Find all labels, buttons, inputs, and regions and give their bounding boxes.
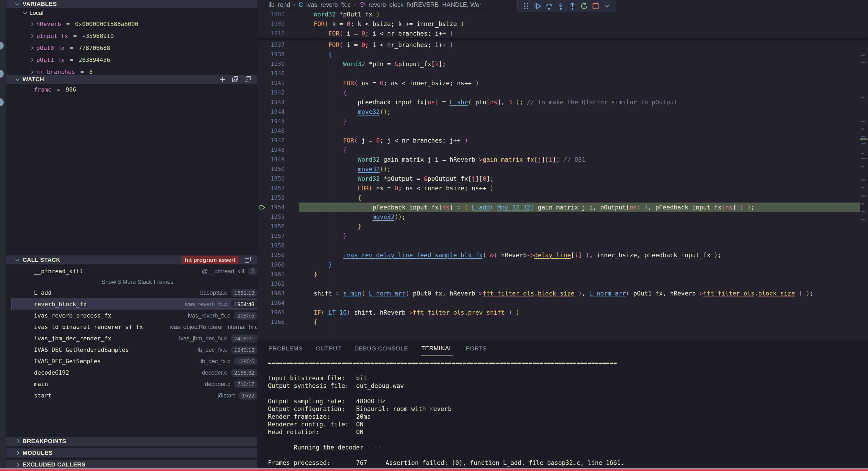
code-line[interactable]: 1953 { — [257, 193, 868, 203]
code-line[interactable]: 1944 move32(); — [257, 107, 868, 117]
code-line[interactable]: 1940 — [257, 69, 868, 78]
variables-scope-row[interactable]: Local — [12, 8, 263, 18]
sticky-scroll[interactable]: 1880 Word32 *pOut1_fx )1905 FOR( k = 0; … — [257, 9, 868, 39]
stack-frame-row[interactable]: start@start1522 — [12, 390, 263, 401]
code-line[interactable]: 1918 FOR( i = 0; i < nr_branches; i++ ) — [257, 29, 868, 38]
stack-frame-row[interactable]: IVAS_DEC_GetRenderedSampleslib_dec_fx.c1… — [12, 344, 263, 355]
code-line[interactable]: 1946 — [257, 126, 868, 136]
remove-all-watch-button[interactable] — [231, 75, 240, 84]
code-text: FOR( i = 0; i < nr_branches; i++ ) — [299, 40, 453, 50]
call-stack-section-header[interactable]: CALL STACK hit program assert — [6, 256, 257, 264]
code-line[interactable]: 1958 — [257, 241, 868, 251]
code-text: Word32 *pOutput = &ppOutput_fx[j][0]; — [299, 174, 494, 183]
section-header-breakpoints[interactable]: BREAKPOINTS — [6, 437, 257, 446]
code-line[interactable]: 1938 { — [257, 50, 868, 59]
stack-frame-location: ivas_objectRenderer_internal_fx.c — [169, 324, 258, 330]
line-number: 1940 — [257, 69, 285, 78]
stack-frame-row[interactable]: reverb_block_fxivas_reverb_fx.c1954:48 — [12, 298, 263, 310]
code-line[interactable]: 1952 FOR( ns = 0; ns < inner_bsize; ns++… — [257, 183, 868, 193]
add-watch-expression-button[interactable] — [218, 75, 227, 84]
stack-frame-row[interactable]: IVAS_DEC_GetSampleslib_dec_fx.c1285:5 — [12, 355, 263, 367]
code-text: { — [299, 145, 347, 155]
step-over-button[interactable] — [544, 1, 554, 11]
variables-section-header[interactable]: VARIABLES — [6, 0, 257, 8]
step-into-button[interactable] — [556, 1, 566, 11]
stack-frame-row[interactable]: __pthread_kill@__pthread_kill5 — [12, 265, 263, 277]
code-line[interactable]: 1939 Word32 *pIn = &pInput_fx[k]; — [257, 59, 868, 69]
panel-tab-ports[interactable]: PORTS — [465, 342, 487, 356]
code-lines[interactable]: 19361937 FOR( i = 0; i < nr_branches; i+… — [257, 31, 868, 327]
stack-frame-row[interactable]: decodeG192decoder.c2188:32 — [12, 367, 263, 378]
code-line[interactable]: 1961 } — [257, 269, 868, 279]
stack-frame-source: decoder.c — [205, 381, 230, 388]
code-line[interactable]: 1951 Word32 *pOutput = &ppOutput_fx[j][0… — [257, 174, 868, 183]
stack-frame-row[interactable]: L_addbasop32.c1661:13 — [12, 287, 263, 298]
stack-frame-position-badge: 1522 — [239, 392, 258, 400]
panel-tab-problems[interactable]: PROBLEMS — [268, 342, 303, 356]
variable-row[interactable]: hReverb=0x00000001588a6000 — [12, 18, 263, 30]
toolbar-drag-grip[interactable] — [521, 1, 531, 11]
step-out-button[interactable] — [567, 1, 578, 11]
stack-frame-source: decoder.c — [202, 369, 227, 376]
line-number: 1946 — [257, 126, 285, 136]
code-line[interactable]: 1942 { — [257, 88, 868, 97]
code-line[interactable]: 1948 { — [257, 145, 868, 155]
section-header-modules[interactable]: MODULES — [6, 448, 257, 458]
code-line[interactable]: 1941 FOR( ns = 0; ns < inner_bsize; ns++… — [257, 78, 868, 88]
panel-tab-output[interactable]: OUTPUT — [315, 342, 342, 356]
current-code-line[interactable]: 1954 pFeedback_input_fx[ns] = ( L_add( M… — [257, 203, 868, 212]
code-text: Word32 *pIn = &pInput_fx[k]; — [299, 59, 446, 69]
stack-frame-row[interactable]: ivas_td_binaural_renderer_sf_fxivas_obje… — [12, 321, 263, 333]
breadcrumb-folder[interactable]: lib_rend — [269, 1, 290, 8]
code-line[interactable]: 1964 — [257, 298, 868, 308]
panel-tab-terminal[interactable]: TERMINAL — [421, 341, 453, 356]
breadcrumb-symbol[interactable]: reverb_block_fx(REVERB_HANDLE, Wor — [369, 1, 481, 8]
section-header-excluded-callers[interactable]: EXCLUDED CALLERS — [6, 460, 257, 469]
watch-section-header[interactable]: WATCH — [6, 75, 257, 84]
code-line[interactable]: 1950 move32(); — [257, 164, 868, 174]
panel-tab-debug-console[interactable]: DEBUG CONSOLE — [354, 342, 408, 356]
toolbar-more-chevron-icon[interactable] — [602, 1, 612, 11]
code-line[interactable]: 1959 ivas_rev_delay_line_feed_sample_blk… — [257, 251, 868, 260]
code-line[interactable]: 1962 — [257, 279, 868, 289]
code-line[interactable]: 1949 Word32 gain_matrix_j_i = hReverb->g… — [257, 155, 868, 164]
stack-frame-row[interactable]: ivas_reverb_process_fxivas_reverb_fx.c21… — [12, 310, 263, 321]
code-line[interactable]: 1943 pFeedback_input_fx[ns] = L_shr( pIn… — [257, 97, 868, 107]
code-line[interactable]: 1945 } — [257, 117, 868, 126]
minimap-mark — [861, 62, 866, 63]
code-line[interactable]: 1955 move32(); — [257, 212, 868, 222]
code-text: } — [299, 269, 317, 279]
code-line[interactable]: 1960 } — [257, 260, 868, 269]
variable-row[interactable]: pOut0_fx=778706688 — [12, 42, 263, 54]
breadcrumb[interactable]: lib_rend › C ivas_reverb_fx.c › reverb_b… — [269, 0, 482, 9]
code-line[interactable]: 1966 { — [257, 317, 868, 327]
minimap-mark — [861, 128, 864, 129]
minimap[interactable] — [860, 9, 868, 340]
breadcrumb-file[interactable]: ivas_reverb_fx.c — [306, 1, 351, 8]
code-text: } — [299, 260, 332, 269]
variable-row[interactable]: pOut1_fx=283894436 — [12, 54, 263, 66]
equals-sign: = — [68, 45, 75, 51]
code-line[interactable]: 1947 FOR( j = 0; j < nr_branches; j++ ) — [257, 136, 868, 145]
code-line[interactable]: 1905 FOR( k = 0; k < bsize; k += inner_b… — [257, 19, 868, 29]
variable-row[interactable]: pInput_fx=-35968910 — [12, 30, 263, 42]
code-line[interactable]: 1957 } — [257, 231, 868, 241]
code-line[interactable]: 1965 IF( LT_16( shift, hReverb->fft_filt… — [257, 308, 868, 317]
code-line[interactable]: 1937 FOR( i = 0; i < nr_branches; i++ ) — [257, 40, 868, 50]
code-line[interactable]: 1963 shift = s_min( L_norm_arr( pOut0_fx… — [257, 289, 868, 298]
restart-button[interactable] — [579, 1, 589, 11]
code-line[interactable]: 1956 } — [257, 222, 868, 231]
copy-call-stack-icon[interactable] — [244, 256, 252, 264]
stack-frame-row[interactable]: ivas_jbm_dec_render_fxivas_jbm_dec_fx.c2… — [12, 333, 263, 344]
watch-expression-row[interactable]: frame=986 — [12, 84, 263, 95]
stop-button[interactable] — [590, 1, 600, 11]
stack-frame-location: ivas_reverb_fx.c2180:5 — [188, 312, 258, 320]
collapse-all-watch-button[interactable] — [244, 75, 252, 84]
continue-button[interactable] — [533, 1, 543, 11]
stack-frame-row[interactable]: maindecoder.c716:17 — [12, 378, 263, 390]
show-more-stack-frames-link[interactable]: Show 3 More Stack Frames — [12, 277, 263, 287]
terminal-output[interactable]: ========================================… — [268, 359, 624, 471]
variables-scope-label: Local — [29, 9, 43, 17]
minimap-mark — [861, 97, 864, 98]
variable-row[interactable]: nr_branches=8 — [12, 66, 263, 75]
